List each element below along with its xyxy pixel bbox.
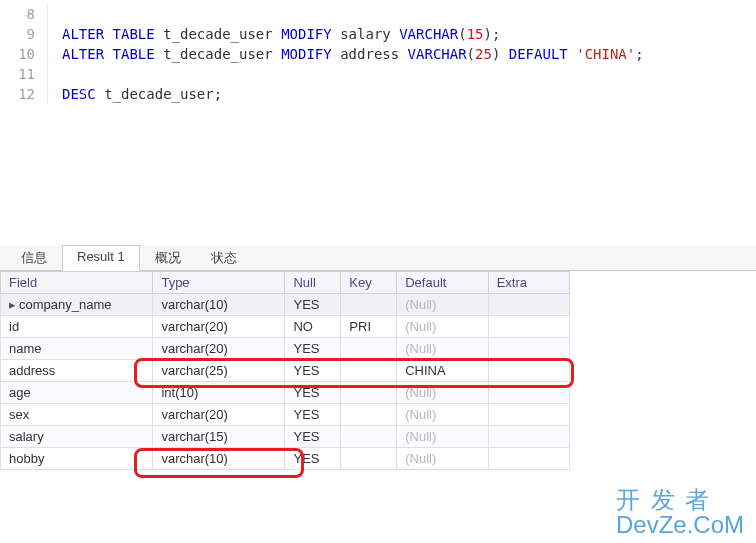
cell-extra[interactable] [488, 294, 569, 316]
table-row[interactable]: ageint(10)YES(Null) [1, 382, 570, 404]
tab-result-1[interactable]: Result 1 [62, 245, 140, 271]
cell-value: YES [293, 385, 319, 400]
col-header-type[interactable]: Type [153, 272, 285, 294]
line-number: 12 [0, 84, 48, 104]
cell-value: name [9, 341, 42, 356]
col-header-key[interactable]: Key [341, 272, 397, 294]
cell-default[interactable]: (Null) [397, 316, 488, 338]
cell-field[interactable]: age [1, 382, 153, 404]
cell-default[interactable]: (Null) [397, 404, 488, 426]
cell-field[interactable]: address [1, 360, 153, 382]
table-row[interactable]: namevarchar(20)YES(Null) [1, 338, 570, 360]
ident-token [568, 46, 576, 62]
code-line[interactable]: 10ALTER TABLE t_decade_user MODIFY addre… [0, 44, 756, 64]
cell-key[interactable] [341, 382, 397, 404]
table-row[interactable]: hobbyvarchar(10)YES(Null) [1, 448, 570, 470]
cell-value: CHINA [405, 363, 445, 378]
cell-null[interactable]: YES [285, 426, 341, 448]
cell-value: PRI [349, 319, 371, 334]
cell-default[interactable]: (Null) [397, 294, 488, 316]
cell-null[interactable]: YES [285, 382, 341, 404]
cell-default[interactable]: (Null) [397, 338, 488, 360]
number-token: 25 [475, 46, 492, 62]
tab-状态[interactable]: 状态 [196, 245, 252, 271]
cell-type[interactable]: varchar(10) [153, 448, 285, 470]
cell-type[interactable]: varchar(20) [153, 338, 285, 360]
sql-editor[interactable]: 89ALTER TABLE t_decade_user MODIFY salar… [0, 0, 756, 245]
cell-key[interactable] [341, 404, 397, 426]
cell-extra[interactable] [488, 382, 569, 404]
cell-value: id [9, 319, 19, 334]
cell-type[interactable]: varchar(15) [153, 426, 285, 448]
keyword-token: DEFAULT [509, 46, 568, 62]
col-header-null[interactable]: Null [285, 272, 341, 294]
cell-null[interactable]: YES [285, 294, 341, 316]
cell-default[interactable]: (Null) [397, 382, 488, 404]
ident-token: address [332, 46, 408, 62]
tab-概况[interactable]: 概况 [140, 245, 196, 271]
keyword-token: MODIFY [281, 26, 332, 42]
cell-extra[interactable] [488, 404, 569, 426]
cell-type[interactable]: varchar(10) [153, 294, 285, 316]
cell-default[interactable]: (Null) [397, 426, 488, 448]
cell-value: YES [293, 451, 319, 466]
code-line[interactable]: 9ALTER TABLE t_decade_user MODIFY salary… [0, 24, 756, 44]
cell-null[interactable]: YES [285, 338, 341, 360]
cell-extra[interactable] [488, 360, 569, 382]
cell-value: YES [293, 407, 319, 422]
cell-value: (Null) [405, 297, 436, 312]
keyword-token: ALTER TABLE [62, 46, 155, 62]
cell-key[interactable] [341, 294, 397, 316]
cell-extra[interactable] [488, 426, 569, 448]
code-content[interactable]: ALTER TABLE t_decade_user MODIFY address… [48, 44, 644, 64]
cell-default[interactable]: (Null) [397, 448, 488, 470]
cell-null[interactable]: YES [285, 360, 341, 382]
cell-key[interactable]: PRI [341, 316, 397, 338]
result-grid: FieldTypeNullKeyDefaultExtra ▸company_na… [0, 271, 570, 470]
cell-type[interactable]: int(10) [153, 382, 285, 404]
cell-key[interactable] [341, 448, 397, 470]
keyword-token: MODIFY [281, 46, 332, 62]
cell-extra[interactable] [488, 448, 569, 470]
cell-extra[interactable] [488, 316, 569, 338]
cell-key[interactable] [341, 338, 397, 360]
cell-type[interactable]: varchar(25) [153, 360, 285, 382]
cell-key[interactable] [341, 360, 397, 382]
cell-null[interactable]: NO [285, 316, 341, 338]
row-caret-icon: ▸ [9, 297, 19, 312]
line-number: 9 [0, 24, 48, 44]
cell-field[interactable]: name [1, 338, 153, 360]
code-content[interactable] [48, 64, 62, 84]
col-header-extra[interactable]: Extra [488, 272, 569, 294]
cell-type[interactable]: varchar(20) [153, 316, 285, 338]
code-line[interactable]: 8 [0, 4, 756, 24]
col-header-default[interactable]: Default [397, 272, 488, 294]
table-row[interactable]: idvarchar(20)NOPRI(Null) [1, 316, 570, 338]
tab-信息[interactable]: 信息 [6, 245, 62, 271]
line-number: 10 [0, 44, 48, 64]
cell-field[interactable]: salary [1, 426, 153, 448]
code-content[interactable] [48, 4, 62, 24]
code-content[interactable]: DESC t_decade_user; [48, 84, 222, 104]
cell-field[interactable]: sex [1, 404, 153, 426]
table-row[interactable]: sexvarchar(20)YES(Null) [1, 404, 570, 426]
cell-field[interactable]: hobby [1, 448, 153, 470]
grid-header-row: FieldTypeNullKeyDefaultExtra [1, 272, 570, 294]
cell-null[interactable]: YES [285, 404, 341, 426]
cell-extra[interactable] [488, 338, 569, 360]
cell-type[interactable]: varchar(20) [153, 404, 285, 426]
code-line[interactable]: 12DESC t_decade_user; [0, 84, 756, 104]
cell-field[interactable]: ▸company_name [1, 294, 153, 316]
code-line[interactable]: 11 [0, 64, 756, 84]
code-content[interactable]: ALTER TABLE t_decade_user MODIFY salary … [48, 24, 500, 44]
table-row[interactable]: addressvarchar(25)YESCHINA [1, 360, 570, 382]
cell-field[interactable]: id [1, 316, 153, 338]
keyword-token: DESC [62, 86, 96, 102]
table-row[interactable]: salaryvarchar(15)YES(Null) [1, 426, 570, 448]
cell-key[interactable] [341, 426, 397, 448]
col-header-field[interactable]: Field [1, 272, 153, 294]
cell-default[interactable]: CHINA [397, 360, 488, 382]
table-row[interactable]: ▸company_namevarchar(10)YES(Null) [1, 294, 570, 316]
cell-value: (Null) [405, 341, 436, 356]
cell-null[interactable]: YES [285, 448, 341, 470]
